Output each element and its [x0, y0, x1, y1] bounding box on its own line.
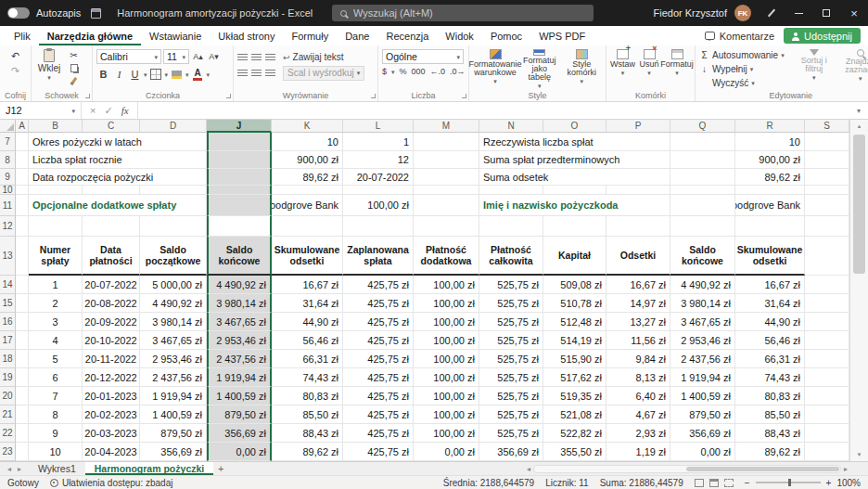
table-header-B[interactable]: Numer spłaty	[29, 237, 83, 276]
tab-help[interactable]: Pomoc	[482, 26, 530, 45]
cell-J15[interactable]: 3 980,14 zł	[207, 294, 272, 313]
cell-P10[interactable]	[606, 186, 670, 195]
cell-D10[interactable]	[140, 186, 207, 195]
number-launcher-icon[interactable]	[462, 94, 466, 98]
cell-Q22[interactable]: 356,69 zł	[670, 424, 735, 443]
cell-O14[interactable]: 509,08 zł	[543, 276, 606, 294]
cell-C10[interactable]	[83, 186, 140, 195]
fill-button[interactable]: ↓ Wypełnij ▾	[699, 63, 785, 76]
cell-S9[interactable]	[805, 169, 849, 186]
cell-P21[interactable]: 4,67 zł	[606, 405, 670, 424]
cell-L16[interactable]: 425,75 zł	[343, 313, 414, 331]
cell-B21[interactable]: 8	[29, 405, 83, 424]
table-header-P[interactable]: Odsetki	[606, 237, 670, 276]
cell-J18[interactable]: 2 437,56 zł	[207, 350, 272, 368]
insert-cells-button[interactable]: Wstaw ▾	[610, 49, 635, 89]
row-header-22[interactable]: 22	[0, 424, 16, 443]
cell-K12[interactable]	[272, 216, 343, 237]
cell-L11[interactable]: 100,00 zł	[343, 195, 414, 216]
sheet-next-icon[interactable]: ▸	[18, 465, 21, 473]
bold-button[interactable]: B	[96, 67, 110, 82]
formula-input[interactable]	[138, 102, 849, 119]
zoom-slider-thumb[interactable]	[788, 479, 791, 486]
cell-O20[interactable]: 519,35 zł	[543, 387, 606, 405]
cell-N12[interactable]	[479, 216, 543, 237]
cell-O15[interactable]: 510,78 zł	[543, 294, 606, 313]
cell-S19[interactable]	[805, 368, 849, 387]
cell-M14[interactable]: 100,00 zł	[414, 276, 479, 294]
table-header-N[interactable]: Płatność całkowita	[479, 237, 543, 276]
cell-R7[interactable]: 10	[735, 133, 805, 151]
cell-J11[interactable]	[207, 195, 272, 216]
cell-B15[interactable]: 2	[29, 294, 83, 313]
vertical-scroll-track[interactable]	[850, 133, 868, 448]
cell-S8[interactable]	[805, 151, 849, 169]
font-color-button[interactable]: A	[191, 67, 205, 82]
cell-D21[interactable]: 1 400,59 zł	[140, 405, 207, 424]
cell-M9[interactable]	[414, 169, 479, 186]
underline-button[interactable]: U	[128, 67, 142, 82]
cell-P17[interactable]: 11,56 zł	[606, 331, 670, 350]
cell-R18[interactable]: 66,31 zł	[735, 350, 805, 368]
cell-A7[interactable]	[16, 133, 29, 151]
decrease-decimal-button[interactable]: .0→	[450, 67, 466, 76]
cell-D18[interactable]: 2 953,46 zł	[140, 350, 207, 368]
cell-M19[interactable]: 100,00 zł	[414, 368, 479, 387]
cell-M20[interactable]: 100,00 zł	[414, 387, 479, 405]
cell-C17[interactable]: 20-10-2022	[83, 331, 140, 350]
cell-B8[interactable]: Liczba spłat rocznie	[29, 151, 207, 169]
cell-R22[interactable]: 88,43 zł	[735, 424, 805, 443]
row-header-7[interactable]: 7	[0, 133, 16, 151]
cell-O23[interactable]: 355,50 zł	[543, 443, 606, 461]
cell-S17[interactable]	[805, 331, 849, 350]
cell-K7[interactable]: 10	[272, 133, 343, 151]
column-header-A[interactable]: A	[16, 120, 29, 133]
cell-S14[interactable]	[805, 276, 849, 294]
cell-S12[interactable]	[805, 216, 849, 237]
cell-B23[interactable]: 10	[29, 443, 83, 461]
zoom-slider[interactable]	[756, 482, 821, 483]
cell-S22[interactable]	[805, 424, 849, 443]
avatar[interactable]: FK	[734, 5, 751, 21]
cell-J16[interactable]: 3 467,65 zł	[207, 313, 272, 331]
row-header-19[interactable]: 19	[0, 368, 16, 387]
row-header-8[interactable]: 8	[0, 151, 16, 169]
cell-N21[interactable]: 525,75 zł	[479, 405, 543, 424]
cell-S20[interactable]	[805, 387, 849, 405]
cell-R23[interactable]: 89,62 zł	[735, 443, 805, 461]
cell-N17[interactable]: 525,75 zł	[479, 331, 543, 350]
cell-P19[interactable]: 8,13 zł	[606, 368, 670, 387]
cell-O18[interactable]: 515,90 zł	[543, 350, 606, 368]
cell-L14[interactable]: 425,75 zł	[343, 276, 414, 294]
cell-B9[interactable]: Data rozpoczęcia pożyczki	[29, 169, 207, 186]
cell-C21[interactable]: 20-02-2023	[83, 405, 140, 424]
zoom-in-button[interactable]: +	[826, 478, 832, 488]
increase-decimal-button[interactable]: ←.0	[430, 67, 446, 76]
sort-filter-button[interactable]: Sortuj i filtruj ▾	[792, 49, 836, 89]
paste-button[interactable]: Wklej ▾	[35, 49, 63, 89]
cell-D15[interactable]: 4 490,92 zł	[140, 294, 207, 313]
cell-K22[interactable]: 88,43 zł	[272, 424, 343, 443]
cell-R15[interactable]: 31,64 zł	[735, 294, 805, 313]
cell-S10[interactable]	[805, 186, 849, 195]
cell-A8[interactable]	[16, 151, 29, 169]
autosum-button[interactable]: Σ Autosumowanie ▾	[699, 49, 785, 62]
cell-B19[interactable]: 6	[29, 368, 83, 387]
cell-A17[interactable]	[16, 331, 29, 350]
cell-Q19[interactable]: 1 919,94 zł	[670, 368, 735, 387]
cell-A11[interactable]	[16, 195, 29, 216]
cell-J14[interactable]: 4 490,92 zł	[207, 276, 272, 294]
cell-A12[interactable]	[16, 216, 29, 237]
alignment-launcher-icon[interactable]	[371, 94, 376, 98]
cell-Q9[interactable]	[670, 169, 735, 186]
cell-K8[interactable]: 900,00 zł	[272, 151, 343, 169]
zoom-out-button[interactable]: −	[745, 478, 750, 488]
cell-A10[interactable]	[16, 186, 29, 195]
cell-K11[interactable]: Woodgrove Bank	[272, 195, 343, 216]
vertical-scrollbar[interactable]: ▴ ▾	[849, 120, 868, 461]
conditional-formatting-button[interactable]: Formatowanie warunkowe ▾	[473, 49, 517, 89]
cell-C16[interactable]: 20-09-2022	[83, 313, 140, 331]
cell-P23[interactable]: 1,19 zł	[606, 443, 670, 461]
table-header-K[interactable]: Skumulowane odsetki	[272, 237, 343, 276]
cell-R19[interactable]: 74,43 zł	[735, 368, 805, 387]
